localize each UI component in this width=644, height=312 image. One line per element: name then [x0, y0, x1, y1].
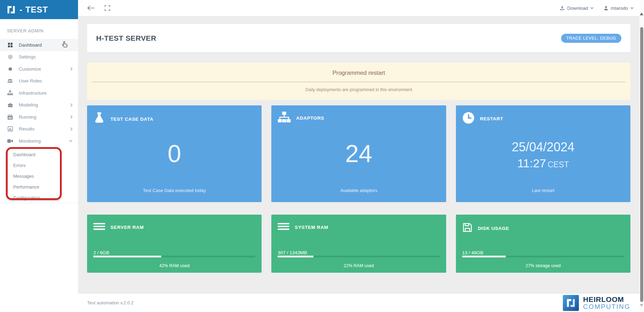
sitemap-icon [278, 112, 291, 124]
logo-text-computing: COMPUTING [583, 303, 630, 310]
stat-value: 0 [168, 142, 181, 166]
alert-message: Daily deployments are programmed in this… [87, 87, 630, 92]
chevron-right-icon [70, 103, 72, 107]
trace-level-badge: TRACE LEVEL: DEBUG [561, 34, 621, 43]
gauge-caption: 22% RAM used [271, 263, 446, 268]
page-header-card: H-TEST SERVER TRACE LEVEL: DEBUG [87, 24, 630, 52]
sidebar-item-monitoring[interactable]: Monitoring [0, 135, 78, 147]
circle-icon [7, 67, 13, 71]
submenu-item-messages[interactable]: Messages [0, 171, 78, 182]
sidebar-item-user-roles[interactable]: User Roles [0, 75, 78, 87]
chevron-right-icon [70, 127, 72, 131]
sidebar-item-modeling[interactable]: Modeling [0, 99, 78, 111]
card-title: ADAPTORS [296, 115, 324, 121]
user-menu[interactable]: mtarodo [604, 6, 634, 11]
submenu-item-errors[interactable]: Errors [0, 160, 78, 171]
bars-icon [93, 222, 105, 232]
gauge-usage: 13 / 48GB [462, 250, 483, 255]
app-version: Test automation v.2.0.2 [87, 300, 133, 305]
restart-card: RESTART 25/04/2024 11:27 CEST Last resta… [456, 105, 630, 202]
progress-fill [93, 256, 161, 257]
chevron-right-icon [70, 67, 72, 71]
monitoring-submenu: Dashboard Errors Messages Performance Co… [0, 149, 78, 203]
main-content: H-TEST SERVER TRACE LEVEL: DEBUG Program… [78, 16, 639, 293]
progress-bar [278, 256, 440, 257]
download-icon [560, 6, 565, 10]
scroll-down-arrow[interactable] [640, 304, 643, 307]
app-logo[interactable]: - TEST [0, 0, 78, 19]
card-title: DISK USAGE [478, 226, 509, 231]
card-title: TEST CASE DATA [110, 117, 153, 122]
sidebar-item-results[interactable]: Results [0, 123, 78, 135]
system-ram-card: SYSTEM RAM 307 / 1343MB 22% RAM used [271, 215, 446, 273]
stat-caption: Last restart [456, 188, 630, 193]
download-menu[interactable]: Download [560, 6, 593, 11]
alert-divider [92, 82, 626, 82]
sidebar-item-label: User Roles [19, 78, 42, 83]
submenu-item-configuration[interactable]: Configuration [0, 192, 78, 203]
scrollbar-thumb[interactable] [640, 27, 643, 302]
users-icon [7, 79, 13, 83]
topbar: Download mtarodo [78, 0, 644, 16]
video-camera-icon [7, 139, 13, 143]
clock-icon [462, 112, 475, 126]
calendar-icon [7, 114, 13, 120]
sitemap-icon [7, 90, 13, 95]
heirloom-mark-icon [6, 5, 16, 15]
restart-date: 25/04/2024 [512, 138, 574, 157]
scroll-up-arrow[interactable] [640, 13, 643, 15]
chevron-down-icon [69, 140, 72, 142]
brand-text: - TEST [20, 5, 48, 15]
footer: Test automation v.2.0.2 HEIRLOOM COMPUTI… [78, 293, 639, 312]
disk-usage-card: DISK USAGE 13 / 48GB 27% storage used [456, 215, 630, 273]
sidebar-item-label: Infrastructure [19, 90, 47, 96]
fullscreen-button[interactable] [104, 5, 110, 11]
card-title: RESTART [480, 116, 503, 121]
sidebar-item-label: Settings [19, 54, 36, 59]
sidebar-item-settings[interactable]: Settings [0, 51, 78, 63]
sidebar-item-running[interactable]: Running [0, 111, 78, 123]
heirloom-mark-icon [563, 295, 579, 311]
programmed-restart-alert: Programmed restart Daily deployments are… [87, 63, 630, 100]
submenu-item-dashboard[interactable]: Dashboard [0, 149, 78, 160]
heirloom-computing-logo: HEIRLOOM COMPUTING [563, 295, 630, 311]
gauge-caption: 42% RAM used [87, 263, 262, 268]
sidebar-item-label: Running [19, 114, 36, 120]
progress-bar [462, 256, 624, 257]
submenu-item-performance[interactable]: Performance [0, 182, 78, 192]
bars-icon [278, 222, 289, 232]
chevron-right-icon [70, 115, 72, 119]
briefcase-icon [7, 103, 13, 107]
flask-icon [93, 112, 105, 126]
chevron-down-icon [630, 7, 634, 9]
progress-fill [462, 256, 506, 257]
download-label: Download [567, 6, 588, 11]
sidebar-divider [0, 203, 78, 203]
stat-caption: Available adaptors [271, 188, 446, 193]
restart-time: 11:27 [517, 157, 546, 170]
progress-bar [93, 256, 255, 257]
mouse-cursor [61, 41, 68, 48]
sidebar-section-label: SERVER ADMIN [7, 28, 78, 33]
gauge-usage: 307 / 1343MB [278, 250, 307, 255]
sidebar-item-infrastructure[interactable]: Infrastructure [0, 87, 78, 99]
stat-caption: Test Case Data executed today [87, 188, 262, 193]
gear-icon [7, 54, 13, 59]
card-title: SYSTEM RAM [295, 225, 328, 230]
floppy-icon [462, 222, 473, 234]
server-ram-card: SERVER RAM 2 / 6GB 42% RAM used [87, 215, 262, 273]
logo-text-heirloom: HEIRLOOM [583, 296, 630, 303]
adaptors-card: ADAPTORS 24 Available adaptors [271, 105, 446, 202]
stat-value: 24 [345, 142, 372, 166]
card-title: SERVER RAM [110, 225, 144, 230]
gauge-usage: 2 / 6GB [93, 250, 109, 255]
sidebar-item-label: Modeling [19, 102, 38, 107]
grid-icon [7, 42, 13, 48]
sidebar: SERVER ADMIN Dashboard Settings Customiz… [0, 19, 78, 312]
chevron-down-icon [590, 7, 593, 9]
back-arrow-button[interactable] [87, 5, 95, 11]
alert-title: Programmed restart [87, 70, 630, 77]
sidebar-item-label: Monitoring [19, 138, 41, 144]
sidebar-item-customize[interactable]: Customize [0, 63, 78, 75]
vertical-scrollbar [639, 0, 644, 312]
